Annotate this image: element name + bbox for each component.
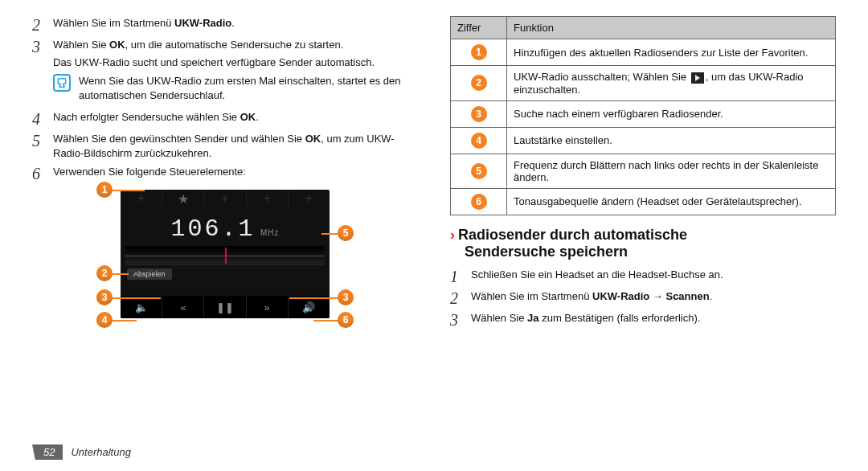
note-text: Wenn Sie das UKW-Radio zum ersten Mal ei… [79,74,418,102]
step-6: 6 Verwenden Sie folgende Steuerelemente: [32,165,418,182]
radio-favorites-row: +★+++ [121,190,330,207]
step-6-text: Verwenden Sie folgende Steuerelemente: [53,165,418,182]
radio-controls-row: 🔈 « ❚❚ » 🔊 [121,296,330,318]
radio-play-row: Abspielen [121,265,330,283]
step-2-bold: UKW-Radio [174,17,231,29]
callout-5: 5 [338,225,354,241]
table-number-cell: 5 [451,154,507,188]
freq-unit: MHz [260,228,280,237]
section-heading: ›Radiosender durch automatische Sendersu… [450,227,836,261]
number-badge: 1 [471,44,487,60]
table-function-cell: Tonausgabequelle ändern (Headset oder Ge… [507,188,836,215]
step-number: 6 [32,165,45,182]
table-number-cell: 2 [451,66,507,101]
table-number-cell: 3 [451,100,507,127]
step-3: 3 Wählen Sie OK, um die automatische Sen… [32,38,418,69]
number-badge: 6 [471,194,487,210]
number-badge: 3 [471,106,487,122]
table-head-ziffer: Ziffer [451,17,507,39]
step-4: 4 Nach erfolgter Sendersuche wählen Sie … [32,110,418,127]
table-number-cell: 1 [451,39,507,66]
right-step-3-bold: Ja [527,312,538,324]
callout-6: 6 [338,312,354,328]
table-row: 4Lautstärke einstellen. [451,127,836,154]
table-function-cell: Hinzufügen des aktuellen Radiosenders zu… [507,39,836,66]
heading-line-2: Sendersuche speichern [465,244,628,260]
table-number-cell: 6 [451,188,507,215]
rewind-icon: « [162,296,204,318]
play-label: Abspielen [127,268,172,280]
number-badge: 2 [471,75,487,91]
right-step-2-bold: UKW-Radio → Scannen [592,290,710,302]
table-function-cell: Frequenz durch Blättern nach links oder … [507,154,836,188]
table-number-cell: 4 [451,127,507,154]
note-icon [53,74,71,92]
table-head-funktion: Funktion [507,17,836,39]
right-step-3: 3 Wählen Sie Ja zum Bestätigen (falls er… [450,311,836,328]
note-box: Wenn Sie das UKW-Radio zum ersten Mal ei… [53,74,418,102]
forward-icon: » [247,296,289,318]
page-number: 52 [32,444,63,460]
table-row: 5Frequenz durch Blättern nach links oder… [451,154,836,188]
step-4-post: . [256,111,259,123]
right-step-1-text: Schließen Sie ein Headset an die Headset… [471,268,836,285]
step-number: 2 [450,289,463,306]
table-function-cell: UKW-Radio ausschalten; Wählen Sie , um d… [507,66,836,101]
step-number: 2 [32,16,45,33]
right-step-2-pre: Wählen Sie im Startmenü [471,290,592,302]
step-2-pre: Wählen Sie im Startmenü [53,17,174,29]
volume-icon: 🔈 [121,296,162,318]
right-step-3-post: zum Bestätigen (falls erforderlich). [539,312,701,324]
number-badge: 5 [471,163,487,179]
left-column: 2 Wählen Sie im Startmenü UKW-Radio. 3 W… [32,16,418,333]
step-number: 3 [450,311,463,328]
radio-screen: +★+++ 106.1 MHz Abspielen 🔈 « ❚❚ » [121,190,330,318]
freq-value: 106.1 [170,215,255,243]
table-row: 3Suche nach einem verfügbaren Radiosende… [451,100,836,127]
step-4-bold: OK [240,111,256,123]
callout-3-right: 3 [338,289,354,305]
step-number: 1 [450,268,463,285]
step-3-bold: OK [109,39,125,51]
callout-1: 1 [96,182,113,198]
right-step-1: 1 Schließen Sie ein Headset an die Heads… [450,268,836,285]
speaker-icon: 🔊 [289,296,330,318]
radio-diagram: +★+++ 106.1 MHz Abspielen 🔈 « ❚❚ » [32,190,418,318]
callout-3-left: 3 [96,289,113,305]
step-3-post: , um die automatische Sendersuche zu sta… [125,39,344,51]
step-5-bold: OK [305,133,321,145]
step-number: 4 [32,110,45,127]
step-5-pre: Wählen Sie den gewünschten Sender und wä… [53,133,305,145]
pause-icon: ❚❚ [204,296,246,318]
step-4-pre: Nach erfolgter Sendersuche wählen Sie [53,111,240,123]
table-function-cell: Suche nach einem verfügbaren Radiosender… [507,100,836,127]
chevron-icon: › [450,227,455,243]
step-5: 5 Wählen Sie den gewünschten Sender und … [32,132,418,160]
radio-dial [125,246,325,265]
step-2-post: . [231,17,235,29]
table-row: 2UKW-Radio ausschalten; Wählen Sie , um … [451,66,836,101]
right-step-3-pre: Wählen Sie [471,312,527,324]
heading-line-1: Radiosender durch automatische [458,227,687,243]
number-badge: 4 [471,133,487,149]
step-2: 2 Wählen Sie im Startmenü UKW-Radio. [32,16,418,33]
step-3-pre: Wählen Sie [53,39,109,51]
function-table: Ziffer Funktion 1Hinzufügen des aktuelle… [450,16,836,215]
table-row: 6Tonausgabequelle ändern (Headset oder G… [451,188,836,215]
section-name: Unterhaltung [71,446,130,458]
step-number: 3 [32,38,45,69]
radio-frequency: 106.1 MHz [121,207,330,246]
table-function-cell: Lautstärke einstellen. [507,127,836,154]
callout-2: 2 [96,265,113,281]
right-column: Ziffer Funktion 1Hinzufügen des aktuelle… [450,16,836,333]
callout-4: 4 [96,312,113,328]
right-step-2: 2 Wählen Sie im Startmenü UKW-Radio → Sc… [450,289,836,306]
play-icon [691,72,704,84]
right-step-2-post: . [710,290,713,302]
step-number: 5 [32,132,45,160]
table-row: 1Hinzufügen des aktuellen Radiosenders z… [451,39,836,66]
step-3-extra: Das UKW-Radio sucht und speichert verfüg… [53,55,418,70]
page-footer: 52 Unterhaltung [32,444,131,460]
